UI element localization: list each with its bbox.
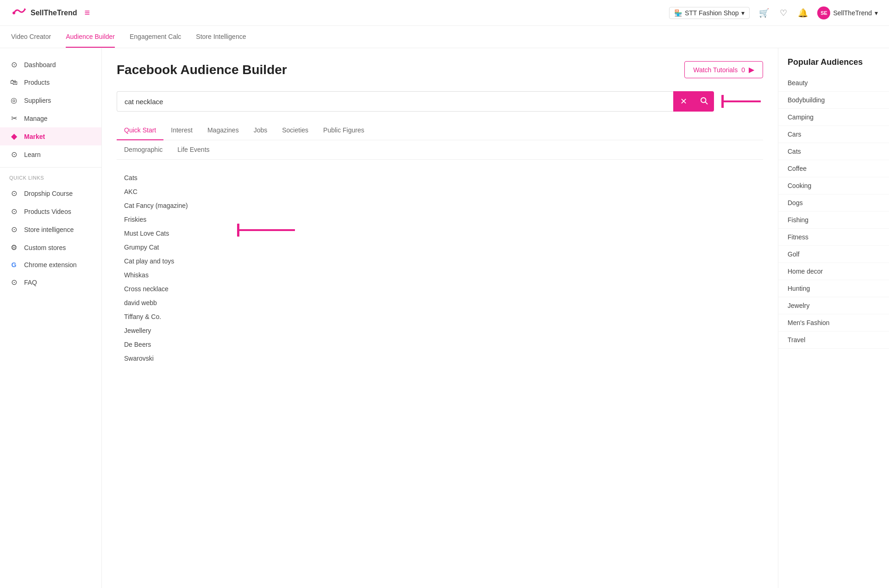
audience-item[interactable]: Men's Fashion: [778, 314, 889, 332]
logo[interactable]: SellTheTrend: [11, 5, 77, 21]
sidebar-item-dropship-course[interactable]: ⊙ Dropship Course: [0, 184, 101, 202]
search-clear-button[interactable]: ✕: [673, 91, 694, 112]
dropship-course-icon: ⊙: [9, 189, 19, 198]
result-item[interactable]: Jewellery: [117, 324, 763, 338]
result-item[interactable]: Grumpy Cat: [117, 240, 763, 254]
market-icon: ◆: [9, 132, 19, 141]
sidebar-label-faq: FAQ: [24, 279, 37, 286]
audience-item[interactable]: Coffee: [778, 160, 889, 177]
user-chevron-icon: ▾: [875, 9, 878, 17]
result-item[interactable]: De Beers: [117, 338, 763, 351]
sidebar-item-store-intelligence[interactable]: ⊙ Store intelligence: [0, 220, 101, 238]
search-button[interactable]: [694, 91, 714, 112]
brand-name: SellTheTrend: [31, 9, 77, 17]
result-item[interactable]: Friskies: [117, 213, 763, 226]
tab-public-figures[interactable]: Public Figures: [316, 121, 372, 140]
store-chevron-icon: ▾: [741, 9, 745, 17]
audience-item[interactable]: Jewelry: [778, 297, 889, 314]
audience-item[interactable]: Travel: [778, 332, 889, 349]
audience-item[interactable]: Cooking: [778, 177, 889, 194]
wishlist-icon[interactable]: ♡: [778, 8, 789, 18]
tab-quick-start[interactable]: Quick Start: [117, 121, 163, 140]
sidebar-item-products[interactable]: 🛍 Products: [0, 74, 101, 91]
audiences-container: BeautyBodybuildingCampingCarsCatsCoffeeC…: [778, 75, 889, 349]
search-input[interactable]: [117, 91, 673, 112]
sidebar-item-faq[interactable]: ⊙ FAQ: [0, 273, 101, 291]
audience-item[interactable]: Bodybuilding: [778, 92, 889, 109]
subnav-audience-builder[interactable]: Audience Builder: [66, 26, 115, 48]
audience-item[interactable]: Fishing: [778, 212, 889, 229]
sidebar-label-dashboard: Dashboard: [24, 61, 56, 69]
subnav-engagement-calc[interactable]: Engagement Calc: [130, 26, 181, 48]
notification-icon[interactable]: 🔔: [798, 8, 808, 18]
faq-icon: ⊙: [9, 278, 19, 287]
sidebar-item-custom-stores[interactable]: ⚙ Custom stores: [0, 238, 101, 256]
main-layout: ⊙ Dashboard 🛍 Products ◎ Suppliers ✂ Man…: [0, 48, 889, 588]
grumpy-cat-arrow: [237, 224, 297, 237]
tab-societies[interactable]: Societies: [275, 121, 316, 140]
tab-magazines[interactable]: Magazines: [200, 121, 246, 140]
result-item[interactable]: AKC: [117, 185, 763, 199]
user-menu[interactable]: SE SellTheTrend ▾: [817, 6, 878, 19]
tab-jobs[interactable]: Jobs: [246, 121, 275, 140]
result-item[interactable]: Swarovski: [117, 351, 763, 365]
result-item[interactable]: Cats: [117, 171, 763, 185]
result-item[interactable]: Must Love Cats: [117, 226, 763, 240]
search-arrow-annotation: [721, 95, 763, 108]
quick-links-title: Quick Links: [0, 171, 101, 184]
audience-item[interactable]: Fitness: [778, 229, 889, 246]
audience-item[interactable]: Dogs: [778, 194, 889, 212]
result-item[interactable]: Tiffany & Co.: [117, 310, 763, 324]
audience-item[interactable]: Hunting: [778, 280, 889, 297]
audience-item[interactable]: Home decor: [778, 263, 889, 280]
watch-tutorials-button[interactable]: Watch Tutorials 0 ▶: [684, 61, 763, 78]
sidebar-item-learn[interactable]: ⊙ Learn: [0, 145, 101, 163]
search-bar: ✕: [117, 91, 763, 112]
right-panel: Popular Audiences BeautyBodybuildingCamp…: [778, 48, 889, 588]
sidebar-item-products-videos[interactable]: ⊙ Products Videos: [0, 202, 101, 220]
sidebar-item-suppliers[interactable]: ◎ Suppliers: [0, 91, 101, 109]
sidebar-item-dashboard[interactable]: ⊙ Dashboard: [0, 56, 101, 74]
page-header: Facebook Audience Builder Watch Tutorial…: [117, 61, 763, 78]
subnav-store-intelligence[interactable]: Store Intelligence: [196, 26, 246, 48]
result-item[interactable]: Whiskas: [117, 268, 763, 282]
sidebar-label-store-intelligence: Store intelligence: [24, 226, 74, 233]
tab-interest[interactable]: Interest: [163, 121, 200, 140]
audience-item[interactable]: Camping: [778, 109, 889, 126]
sidebar-divider: [0, 167, 101, 168]
sidebar-item-market[interactable]: ◆ Market: [0, 127, 101, 145]
tab-demographic[interactable]: Demographic: [117, 140, 170, 160]
cart-icon[interactable]: 🛒: [759, 8, 769, 18]
products-videos-icon: ⊙: [9, 207, 19, 216]
sub-nav: Video Creator Audience Builder Engagemen…: [0, 26, 889, 48]
result-item[interactable]: david webb: [117, 296, 763, 310]
sidebar-item-manage[interactable]: ✂ Manage: [0, 109, 101, 127]
suppliers-icon: ◎: [9, 96, 19, 105]
dashboard-icon: ⊙: [9, 60, 19, 69]
audience-item[interactable]: Cats: [778, 143, 889, 160]
popular-audiences-title: Popular Audiences: [778, 57, 889, 75]
result-item[interactable]: Cross necklace: [117, 282, 763, 296]
tab-life-events[interactable]: Life Events: [170, 140, 217, 160]
play-icon: ▶: [749, 65, 754, 74]
store-icon: 🏪: [674, 9, 682, 17]
result-item[interactable]: Cat Fancy (magazine): [117, 199, 763, 213]
top-nav-left: SellTheTrend ≡: [11, 5, 90, 21]
user-name: SellTheTrend: [833, 9, 872, 17]
sidebar-item-chrome-extension[interactable]: G Chrome extension: [0, 256, 101, 273]
result-item[interactable]: Cat play and toys: [117, 254, 763, 268]
audience-item[interactable]: Golf: [778, 246, 889, 263]
store-selector[interactable]: 🏪 STT Fashion Shop ▾: [669, 7, 750, 19]
sidebar-label-learn: Learn: [24, 151, 41, 158]
hamburger-icon[interactable]: ≡: [84, 7, 90, 18]
audience-item[interactable]: Beauty: [778, 75, 889, 92]
watch-tutorials-count: 0: [741, 66, 745, 74]
watch-tutorials-label: Watch Tutorials: [693, 66, 738, 74]
clear-icon: ✕: [680, 96, 687, 106]
store-name: STT Fashion Shop: [685, 9, 739, 17]
svg-line-3: [705, 102, 707, 104]
sidebar-label-chrome-extension: Chrome extension: [24, 261, 77, 269]
subnav-video-creator[interactable]: Video Creator: [11, 26, 51, 48]
tabs-secondary: Demographic Life Events: [117, 140, 763, 160]
audience-item[interactable]: Cars: [778, 126, 889, 143]
